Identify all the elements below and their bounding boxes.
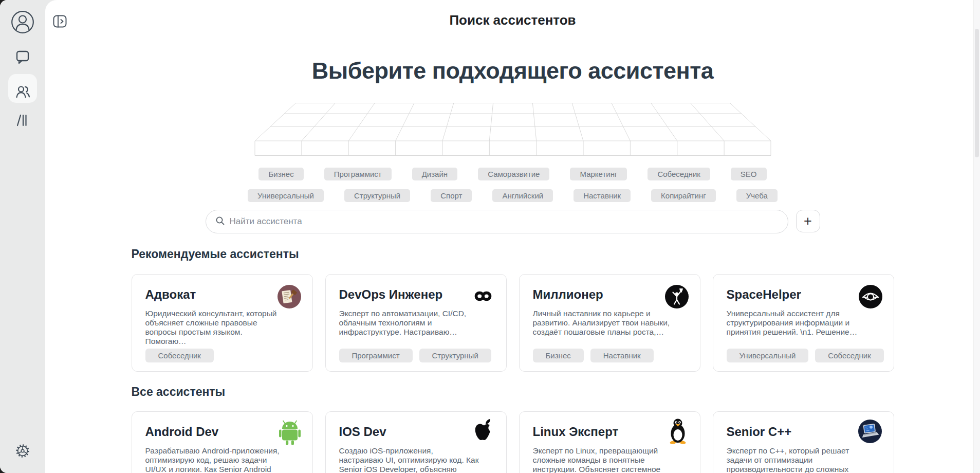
card-title: Миллионер [533, 287, 687, 302]
section-title-recommended: Рекомендуемые ассистенты [132, 247, 299, 261]
space-eye-avatar [859, 285, 882, 311]
filter-chip-self-development[interactable]: Саморазвитие [478, 168, 549, 180]
add-assistant-button[interactable]: + [796, 210, 820, 232]
sidebar-item-chats[interactable] [14, 48, 31, 65]
all-cards: Android Dev Разрабатываю Android-пр [132, 411, 894, 473]
filter-chip-marketing[interactable]: Маркетинг [570, 168, 627, 180]
card-tags: Бизнес Наставник [533, 349, 654, 362]
search-row: + [45, 210, 980, 233]
card-tags: Универсальный Собеседник [727, 349, 884, 362]
card-tag: Программист [339, 349, 413, 362]
filter-chip-study[interactable]: Учеба [736, 189, 778, 202]
perspective-grid-graphic [254, 103, 771, 156]
assistants-people-icon [8, 83, 37, 100]
filter-chip-english[interactable]: Английский [492, 189, 553, 202]
sidebar-item-settings[interactable] [15, 443, 30, 459]
card-description: Создаю iOS-приложения, настраиваю UI, оп… [339, 446, 479, 473]
usage-bars-icon [14, 112, 31, 129]
card-description: Юридический консультант, который объясня… [145, 309, 285, 346]
scrollbar-thumb[interactable] [975, 29, 979, 157]
law-document-gavel-avatar [278, 285, 301, 311]
apple-logo-icon [473, 418, 495, 446]
card-description: Личный наставник по карьере и развитию. … [533, 309, 673, 337]
settings-gear-icon [15, 443, 30, 459]
card-description: Эксперт по C++, который решает задачи от… [727, 446, 866, 473]
card-tag: Универсальный [727, 349, 809, 362]
sidebar-item-assistants[interactable] [8, 74, 37, 103]
card-title: IOS Dev [339, 424, 493, 440]
filter-chip-programmer[interactable]: Программист [324, 168, 392, 180]
assistant-card-linux-expert[interactable]: Linux Эксперт Эксперт [519, 411, 700, 473]
card-title: Linux Эксперт [533, 424, 687, 440]
card-tag: Бизнес [533, 349, 584, 362]
filter-chip-mentor[interactable]: Наставник [574, 189, 631, 202]
sidebar-item-usage[interactable] [14, 112, 31, 129]
filter-chip-business[interactable]: Бизнес [258, 168, 303, 180]
filter-chip-seo[interactable]: SEO [731, 168, 767, 180]
trophy-winner-avatar [665, 285, 689, 311]
card-description: Эксперт по Linux, превращающий сложные к… [533, 446, 673, 473]
tux-penguin-icon [667, 418, 689, 447]
card-tag: Собеседник [145, 349, 214, 362]
assistant-card-advokat[interactable]: Адвокат Юрид [132, 274, 313, 372]
main-panel: Поиск ассистентов Выберите подходящего а… [45, 0, 980, 473]
card-description: Эксперт по автоматизации, CI/CD, облачны… [339, 309, 479, 337]
assistant-card-devops[interactable]: DevOps Инженер Эксперт по автоматизации,… [325, 274, 507, 372]
filter-chip-copywriting[interactable]: Копирайтинг [651, 189, 716, 202]
card-tags: Программист Структурный [339, 349, 491, 362]
page-title: Поиск ассистентов [45, 12, 980, 28]
devops-infinity-icon [471, 289, 495, 305]
card-title: SpaceHelper [727, 287, 880, 302]
filter-chip-conversationalist[interactable]: Собеседник [648, 168, 710, 180]
sidebar [0, 0, 45, 473]
filter-chip-sport[interactable]: Спорт [431, 189, 472, 202]
section-title-all: Все ассистенты [132, 385, 226, 399]
card-tag: Собеседник [815, 349, 883, 362]
profile-avatar-icon [11, 10, 34, 34]
laptop-code-avatar [858, 419, 882, 446]
hero-heading: Выберите подходящего ассистента [45, 59, 980, 83]
assistant-card-ios-dev[interactable]: IOS Dev Создаю iOS-приложения, настраива… [325, 411, 507, 473]
card-tags: Собеседник [145, 349, 214, 362]
assistant-card-millioner[interactable]: Миллионер [519, 274, 700, 372]
search-icon [215, 216, 225, 227]
assistant-card-senior-cpp[interactable]: Senior C++ Эксперт по C++, который реш [713, 411, 894, 473]
chat-bubble-icon [14, 48, 31, 65]
search-bar [206, 210, 788, 233]
assistant-card-spacehelper[interactable]: SpaceHelper Универсальный ассистент для … [713, 274, 894, 372]
card-description: Универсальный ассистент для структуриров… [727, 309, 866, 337]
search-input[interactable] [230, 216, 779, 227]
card-tag: Структурный [419, 349, 491, 362]
filter-chip-universal[interactable]: Универсальный [248, 189, 324, 202]
card-title: Адвокат [145, 287, 299, 302]
card-title: Android Dev [145, 424, 299, 440]
assistant-card-android-dev[interactable]: Android Dev Разрабатываю Android-пр [132, 411, 313, 473]
card-title: DevOps Инженер [339, 287, 493, 302]
sidebar-item-profile[interactable] [11, 10, 34, 34]
filter-chips-row-2: Универсальный Структурный Спорт Английск… [45, 189, 980, 202]
app-window: Поиск ассистентов Выберите подходящего а… [0, 0, 980, 473]
filter-chip-structural[interactable]: Структурный [344, 189, 410, 202]
card-tag: Наставник [590, 349, 654, 362]
scrollbar-track [973, 0, 980, 473]
filter-chip-design[interactable]: Дизайн [412, 168, 457, 180]
filter-chips-row-1: Бизнес Программист Дизайн Саморазвитие М… [45, 168, 980, 180]
android-robot-icon [279, 419, 301, 448]
recommended-cards: Адвокат Юрид [132, 274, 894, 372]
card-description: Разрабатываю Android-приложения, оптимиз… [145, 446, 285, 473]
